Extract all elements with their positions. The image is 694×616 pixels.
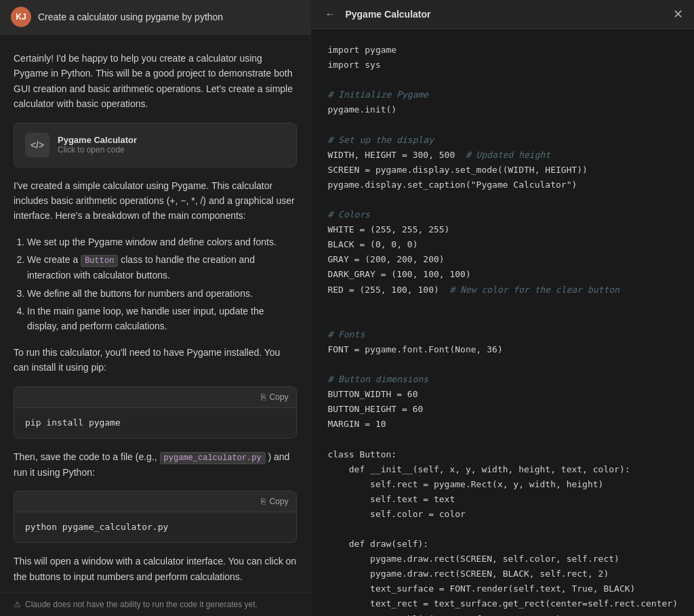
steps-list: We set up the Pygame window and define c… [14,234,297,334]
copy-label-1: Copy [269,392,288,402]
step-3: We define all the buttons for numbers an… [27,286,297,301]
header-bar: KJ Create a calculator using pygame by p… [0,0,310,35]
run-code-block: ⎘ Copy python pygame_calculator.py [14,491,297,543]
copy-icon-1: ⎘ [261,392,266,402]
pip-code-text: pip install pygame [25,417,121,428]
copy-label-2: Copy [269,497,288,506]
artifact-info: Pygame Calculator Click to open code [58,135,137,155]
code-view: import pygame import sys # Initialize Py… [311,29,694,616]
step-1: We set up the Pygame window and define c… [27,234,297,249]
run-intro: Then, save the code to a file (e.g., pyg… [14,449,297,480]
footer-warning: ⚠ Claude does not have the ability to ru… [0,592,310,616]
step-2: We create a Button class to handle the c… [27,252,297,283]
run-text: This will open a window with a calculato… [14,554,297,584]
back-button[interactable]: ← [322,7,338,22]
run-code-body: python pygame_calculator.py [14,512,296,542]
run-intro-1: Then, save the code to a file (e.g., [14,451,157,462]
run-code-header: ⎘ Copy [14,491,296,512]
copy-icon-2: ⎘ [261,497,266,506]
right-title: Pygame Calculator [345,9,666,20]
close-button[interactable]: ✕ [673,8,683,20]
pip-code-body: pip install pygame [14,408,296,438]
warning-text: Claude does not have the ability to run … [25,600,258,609]
avatar: KJ [11,7,31,27]
button-inline-code: Button [81,255,118,267]
artifact-sub: Click to open code [58,145,137,155]
step-4: In the main game loop, we handle user in… [27,304,297,334]
created-text: I've created a simple calculator using P… [14,178,297,224]
left-panel: KJ Create a calculator using pygame by p… [0,0,310,616]
filename-code: pygame_calculator.py [160,452,266,464]
pip-intro: To run this calculator, you'll need to h… [14,345,297,375]
header-title: Create a calculator using pygame by pyth… [38,12,223,22]
artifact-card[interactable]: </> Pygame Calculator Click to open code [14,123,297,167]
code-block: import pygame import sys # Initialize Py… [327,43,678,616]
right-panel: ← Pygame Calculator ✕ import pygame impo… [310,0,694,616]
intro-text: Certainly! I'd be happy to help you crea… [14,51,297,112]
artifact-code-icon: </> [25,133,49,157]
pip-code-header: ⎘ Copy [14,387,296,408]
run-code-text: python pygame_calculator.py [25,522,168,532]
artifact-name: Pygame Calculator [58,135,137,145]
warning-icon: ⚠ [14,600,21,609]
chat-content: Certainly! I'd be happy to help you crea… [0,35,310,592]
copy-button-1[interactable]: ⎘ Copy [261,392,288,402]
copy-button-2[interactable]: ⎘ Copy [261,497,288,506]
pip-code-block: ⎘ Copy pip install pygame [14,386,297,438]
right-header: ← Pygame Calculator ✕ [311,0,694,29]
